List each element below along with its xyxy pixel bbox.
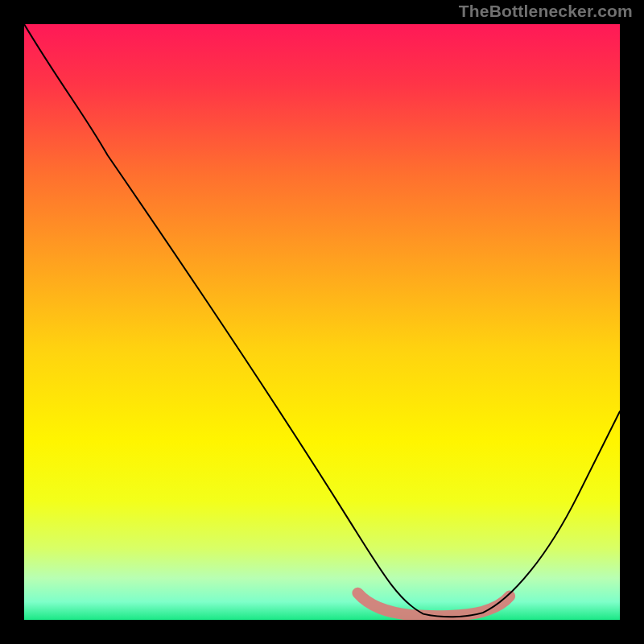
bottleneck-curve-plot xyxy=(24,24,620,620)
chart-frame: TheBottlenecker.com xyxy=(0,0,644,644)
watermark-label: TheBottlenecker.com xyxy=(459,2,633,21)
gradient-background xyxy=(24,24,620,620)
